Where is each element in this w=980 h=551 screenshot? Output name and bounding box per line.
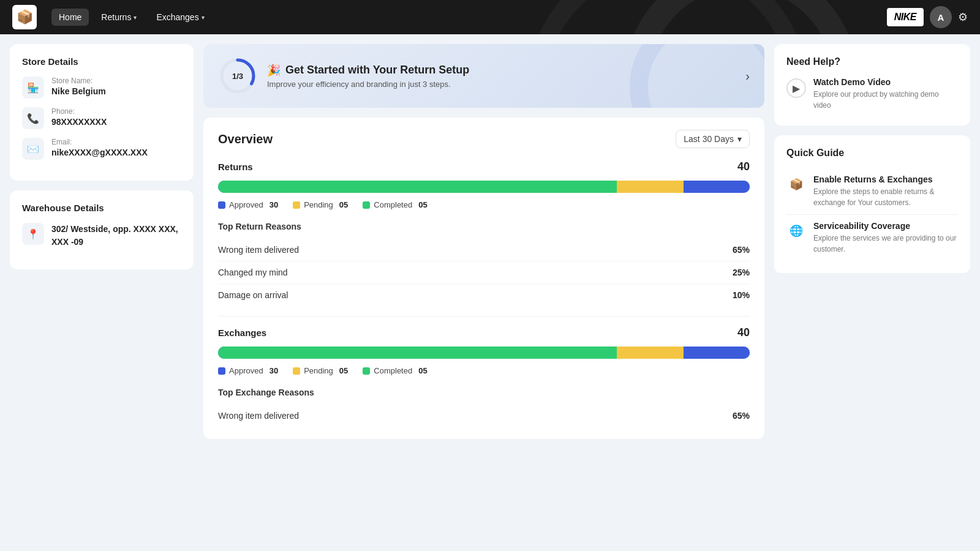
exchanges-completed-legend: Completed 05 — [363, 366, 427, 375]
returns-legend: Approved 30 Pending 05 Completed 05 — [218, 200, 750, 209]
overview-header: Overview Last 30 Days ▾ — [218, 130, 750, 148]
play-icon: ▶ — [786, 78, 806, 98]
store-email-item: ✉️ Email: nikeXXXX@gXXXX.XXX — [22, 138, 181, 160]
center-panel: 1/3 🎉 Get Started with Your Return Setup… — [203, 44, 764, 541]
store-phone-item: 📞 Phone: 98XXXXXXXX — [22, 107, 181, 129]
exchanges-chevron-icon: ▾ — [202, 14, 205, 21]
nav-right: NIKE A ⚙ — [887, 6, 968, 28]
enable-returns-item[interactable]: 📦 Enable Returns & Exchanges Explore the… — [786, 168, 958, 215]
nike-logo-button[interactable]: NIKE — [887, 8, 924, 26]
ex-approved-dot — [218, 367, 225, 375]
exchanges-progress-bar — [218, 347, 750, 359]
quick-guide-title: Quick Guide — [786, 148, 958, 159]
main-layout: Store Details 🏪 Store Name: Nike Belgium… — [0, 34, 980, 551]
period-chevron-icon: ▾ — [737, 134, 742, 144]
serviceability-item[interactable]: 🌐 Serviceability Coverage Explore the se… — [786, 215, 958, 261]
exchanges-approved-legend: Approved 30 — [218, 366, 278, 375]
setup-subtitle: Improve your efficiency and branding in … — [267, 80, 736, 89]
exchanges-pending-count: 05 — [339, 366, 348, 375]
exchanges-pending-bar — [617, 347, 684, 359]
avatar[interactable]: A — [930, 6, 952, 28]
returns-completed-count: 05 — [418, 200, 427, 209]
setup-title: 🎉 Get Started with Your Return Setup — [267, 64, 736, 77]
section-divider — [218, 316, 750, 317]
returns-completed-bar — [684, 181, 750, 193]
setup-content: 🎉 Get Started with Your Return Setup Imp… — [267, 64, 736, 89]
nav-exchanges[interactable]: Exchanges ▾ — [149, 9, 211, 26]
nav-returns[interactable]: Returns ▾ — [94, 9, 144, 26]
demo-video-item[interactable]: ▶ Watch Demo Video Explore our product b… — [786, 77, 958, 111]
phone-value: 98XXXXXXXX — [51, 117, 107, 127]
returns-pending-count: 05 — [339, 200, 348, 209]
period-selector[interactable]: Last 30 Days ▾ — [676, 130, 750, 148]
need-help-card: Need Help? ▶ Watch Demo Video Explore ou… — [774, 44, 970, 126]
exchanges-section-label: Exchanges 40 — [218, 326, 750, 339]
exchange-reasons-list: Wrong item delivered 65% — [218, 405, 750, 427]
returns-approved-legend: Approved 30 — [218, 200, 278, 209]
overview-title: Overview — [218, 132, 273, 146]
email-label: Email: — [51, 138, 148, 146]
location-icon: 📍 — [22, 223, 44, 245]
returns-approved-bar — [218, 181, 617, 193]
package-icon: 📦 — [786, 174, 806, 194]
list-item: Wrong item delivered 65% — [218, 239, 750, 261]
setup-banner: 1/3 🎉 Get Started with Your Return Setup… — [203, 44, 764, 108]
store-name-item: 🏪 Store Name: Nike Belgium — [22, 77, 181, 99]
left-panel: Store Details 🏪 Store Name: Nike Belgium… — [10, 44, 194, 541]
store-name-label: Store Name: — [51, 77, 106, 85]
list-item: Wrong item delivered 65% — [218, 405, 750, 427]
completed-dot — [363, 201, 370, 209]
navbar: 📦 Home Returns ▾ Exchanges ▾ NIKE A ⚙ — [0, 0, 980, 34]
store-building-icon: 🏪 — [22, 77, 44, 99]
ex-completed-dot — [363, 367, 370, 375]
returns-approved-count: 30 — [270, 200, 278, 209]
return-reasons-list: Wrong item delivered 65% Changed my mind… — [218, 239, 750, 306]
returns-pending-bar — [617, 181, 684, 193]
list-item: Damage on arrival 10% — [218, 284, 750, 306]
email-value: nikeXXXX@gXXXX.XXX — [51, 148, 148, 157]
demo-video-desc: Explore our product by watching demo vid… — [813, 89, 958, 111]
demo-video-title: Watch Demo Video — [813, 77, 958, 87]
setup-progress-ring: 1/3 — [218, 56, 257, 96]
exchanges-pending-legend: Pending 05 — [293, 366, 348, 375]
ex-pending-dot — [293, 367, 300, 375]
exchanges-legend: Approved 30 Pending 05 Completed 05 — [218, 366, 750, 375]
overview-card: Overview Last 30 Days ▾ Returns 40 Appr — [203, 118, 764, 439]
setup-chevron-icon[interactable]: › — [745, 69, 750, 83]
pending-dot — [293, 201, 300, 209]
nav-home[interactable]: Home — [51, 9, 89, 26]
list-item: Changed my mind 25% — [218, 261, 750, 284]
store-details-card: Store Details 🏪 Store Name: Nike Belgium… — [10, 44, 194, 181]
returns-pending-legend: Pending 05 — [293, 200, 348, 209]
phone-icon: 📞 — [22, 107, 44, 129]
app-logo[interactable]: 📦 — [12, 5, 37, 29]
enable-returns-desc: Explore the steps to enable returns & ex… — [813, 186, 958, 208]
returns-completed-legend: Completed 05 — [363, 200, 427, 209]
returns-section-label: Returns 40 — [218, 160, 750, 173]
returns-progress-bar — [218, 181, 750, 193]
exchanges-total: 40 — [737, 326, 750, 339]
store-name-value: Nike Belgium — [51, 86, 106, 96]
serviceability-title: Serviceability Coverage — [813, 221, 958, 231]
warehouse-address: 302/ Westside, opp. XXXX XXX, XXX -09 — [51, 223, 181, 249]
exchanges-approved-count: 30 — [270, 366, 278, 375]
exchanges-approved-bar — [218, 347, 617, 359]
nav-links: Home Returns ▾ Exchanges ▾ — [51, 9, 872, 26]
returns-chevron-icon: ▾ — [134, 14, 137, 21]
enable-returns-title: Enable Returns & Exchanges — [813, 174, 958, 184]
email-icon: ✉️ — [22, 138, 44, 160]
warehouse-details-card: Warehouse Details 📍 302/ Westside, opp. … — [10, 190, 194, 269]
exchanges-completed-count: 05 — [418, 366, 427, 375]
store-details-title: Store Details — [22, 56, 181, 67]
right-panel: Need Help? ▶ Watch Demo Video Explore ou… — [774, 44, 970, 541]
exchanges-completed-bar — [684, 347, 750, 359]
phone-label: Phone: — [51, 107, 107, 116]
warehouse-address-item: 📍 302/ Westside, opp. XXXX XXX, XXX -09 — [22, 223, 181, 249]
top-return-reasons-title: Top Return Reasons — [218, 222, 750, 231]
progress-text: 1/3 — [232, 72, 243, 81]
serviceability-desc: Explore the services we are providing to… — [813, 233, 958, 255]
need-help-title: Need Help? — [786, 56, 958, 67]
settings-icon[interactable]: ⚙ — [958, 10, 968, 24]
warehouse-title: Warehouse Details — [22, 203, 181, 213]
top-exchange-reasons-title: Top Exchange Reasons — [218, 388, 750, 397]
